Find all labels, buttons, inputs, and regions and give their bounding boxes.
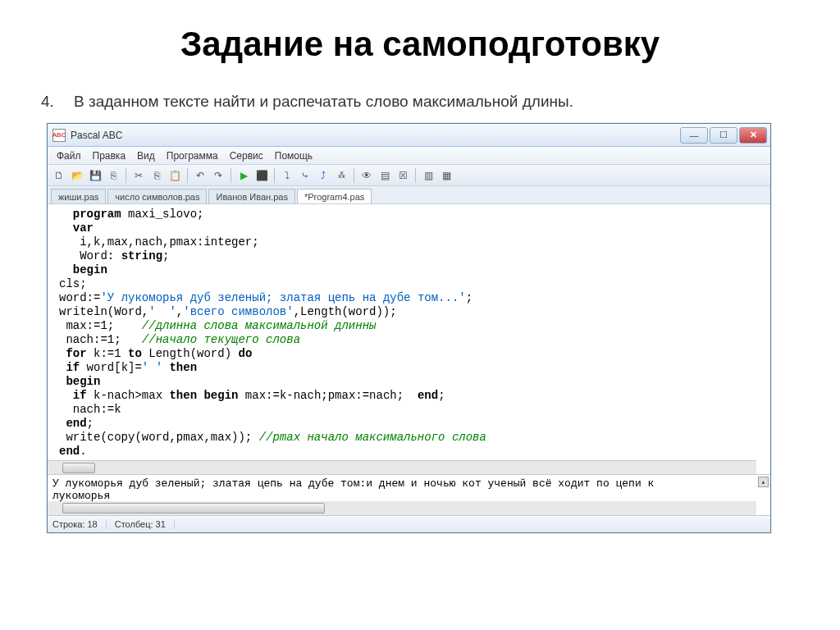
step-out-button[interactable]: ⤴	[315, 167, 331, 184]
menu-edit[interactable]: Правка	[87, 150, 132, 162]
code-line: begin	[59, 263, 107, 276]
window-title: Pascal ABC	[71, 130, 680, 141]
minimize-button[interactable]: —	[680, 127, 708, 144]
step-into-button[interactable]: ⤷	[297, 167, 313, 184]
scroll-up-icon[interactable]: ▴	[758, 477, 769, 487]
statusbar: Строка: 18 Столбец: 31	[48, 516, 770, 532]
scroll-thumb[interactable]	[62, 463, 95, 473]
app-icon: ABC	[52, 129, 66, 142]
code-button[interactable]: ▦	[438, 167, 454, 184]
separator-icon	[415, 168, 416, 183]
code-line: for k:=1 to Length(word) do	[59, 347, 252, 360]
maximize-button[interactable]: ☐	[710, 127, 737, 144]
watch-button[interactable]: 👁	[358, 167, 375, 184]
menubar: Файл Правка Вид Программа Сервис Помощь	[48, 147, 770, 165]
separator-icon	[231, 168, 231, 183]
app-window: ABC Pascal ABC — ☐ ✕ Файл Правка Вид Про…	[47, 123, 771, 533]
titlebar: ABC Pascal ABC — ☐ ✕	[48, 124, 770, 147]
scroll-thumb[interactable]	[62, 503, 325, 514]
output-line: У лукоморья дуб зеленый; златая цепь на …	[52, 477, 765, 490]
save-all-button[interactable]: ⎘	[105, 167, 121, 184]
separator-icon	[187, 168, 188, 183]
code-line: end.	[59, 445, 87, 458]
code-line: cls;	[59, 277, 87, 290]
local-vars-button[interactable]: ▤	[377, 167, 393, 184]
menu-service[interactable]: Сервис	[224, 150, 269, 162]
code-line: max:=1; //длинна слова максимальной длин…	[59, 319, 376, 332]
form-button[interactable]: ▥	[420, 167, 436, 184]
output-button[interactable]: ☒	[395, 167, 411, 184]
paste-button[interactable]: 📋	[167, 167, 183, 184]
code-line: writeln(Word,' ','всего символов',Length…	[59, 305, 397, 318]
code-line: begin	[59, 375, 100, 388]
menu-program[interactable]: Программа	[161, 150, 224, 162]
code-line: program maxi_slovo;	[59, 208, 203, 221]
code-line: Word: string;	[59, 249, 169, 262]
separator-icon	[126, 168, 126, 183]
close-button[interactable]: ✕	[739, 127, 767, 144]
redo-button[interactable]: ↷	[210, 167, 226, 184]
step-over-button[interactable]: ⤵	[279, 167, 295, 184]
output-line: лукоморья	[52, 490, 765, 502]
new-file-button[interactable]: 🗋	[51, 167, 67, 184]
cut-button[interactable]: ✂	[130, 167, 147, 184]
code-editor[interactable]: program maxi_slovo; var i,k,max,nach,pma…	[48, 204, 770, 475]
slide-title: Задание на самоподготовку	[0, 25, 840, 64]
run-button[interactable]: ▶	[235, 167, 252, 184]
tab-4-active[interactable]: *Program4.pas	[297, 189, 372, 203]
horizontal-scrollbar[interactable]	[48, 460, 756, 474]
separator-icon	[274, 168, 275, 183]
code-line: nach:=1; //начало текущего слова	[59, 333, 300, 346]
code-line: end;	[59, 417, 94, 430]
code-line: write(copy(word,pmax,max)); //pmax начал…	[59, 431, 486, 444]
status-line: Строка: 18	[52, 519, 107, 529]
tab-2[interactable]: число символов.pas	[107, 189, 207, 203]
toolbar: 🗋 📂 💾 ⎘ ✂ ⎘ 📋 ↶ ↷ ▶ ⬛ ⤵ ⤷ ⤴ ⁂ 👁 ▤ ☒ ▥ ▦	[48, 165, 770, 186]
output-horizontal-scrollbar[interactable]	[48, 501, 756, 515]
tab-3[interactable]: Иванов Иван.pas	[208, 189, 294, 203]
menu-view[interactable]: Вид	[131, 150, 161, 162]
copy-button[interactable]: ⎘	[148, 167, 165, 184]
tab-bar: жиши.pas число символов.pas Иванов Иван.…	[48, 186, 770, 204]
code-line: word:='У лукоморья дуб зеленый; златая ц…	[59, 291, 472, 304]
status-column: Столбец: 31	[115, 519, 175, 529]
breakpoint-button[interactable]: ⁂	[333, 167, 349, 184]
code-line: var	[59, 221, 94, 235]
task-text: В заданном тексте найти и распечатать сл…	[74, 93, 791, 111]
menu-file[interactable]: Файл	[51, 150, 87, 162]
tab-1[interactable]: жиши.pas	[51, 189, 106, 203]
code-line: if k-nach>max then begin max:=k-nach;pma…	[59, 389, 445, 402]
task-description: 4. В заданном тексте найти и распечатать…	[0, 93, 840, 123]
output-panel[interactable]: У лукоморья дуб зеленый; златая цепь на …	[48, 475, 770, 516]
code-line: i,k,max,nach,pmax:integer;	[59, 235, 259, 249]
save-button[interactable]: 💾	[87, 167, 103, 184]
code-line: nach:=k	[59, 403, 121, 416]
open-file-button[interactable]: 📂	[69, 167, 85, 184]
stop-button[interactable]: ⬛	[253, 167, 270, 184]
undo-button[interactable]: ↶	[192, 167, 208, 184]
menu-help[interactable]: Помощь	[269, 150, 318, 162]
task-number: 4.	[41, 93, 74, 111]
code-line: if word[k]=' ' then	[59, 361, 197, 374]
separator-icon	[354, 168, 354, 183]
